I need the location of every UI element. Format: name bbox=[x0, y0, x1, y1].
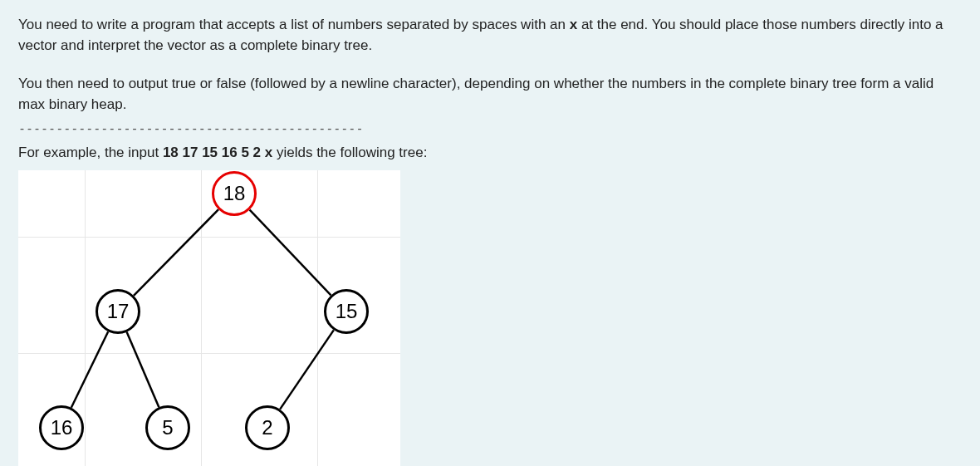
example-input: 18 17 15 16 5 2 x bbox=[163, 145, 272, 160]
tree-node-5: 5 bbox=[145, 405, 190, 450]
tree-node-15: 15 bbox=[324, 289, 369, 334]
tree-node-17: 17 bbox=[96, 289, 140, 334]
tree-node-2: 2 bbox=[245, 405, 290, 450]
divider-dashes: ----------------------------------------… bbox=[18, 120, 962, 139]
tree-edge bbox=[280, 330, 334, 409]
tree-edge bbox=[127, 332, 159, 407]
text: You then need to output true or false (f… bbox=[18, 74, 962, 115]
tree-node-16: 16 bbox=[39, 405, 84, 450]
tree-edge bbox=[250, 210, 331, 296]
intro-paragraph-2: You then need to output true or false (f… bbox=[18, 74, 962, 115]
intro-paragraph-1: You need to write a program that accepts… bbox=[18, 15, 962, 56]
text: For example, the input bbox=[18, 145, 163, 160]
x-literal: x bbox=[570, 17, 577, 32]
example-line: For example, the input 18 17 15 16 5 2 x… bbox=[18, 143, 962, 164]
tree-diagram: 1817151652 bbox=[18, 170, 400, 466]
text: You need to write a program that accepts… bbox=[18, 17, 570, 32]
tree-node-18: 18 bbox=[212, 171, 257, 216]
tree-edge bbox=[71, 331, 108, 407]
text: yields the following tree: bbox=[272, 145, 427, 160]
tree-edge bbox=[134, 209, 218, 296]
